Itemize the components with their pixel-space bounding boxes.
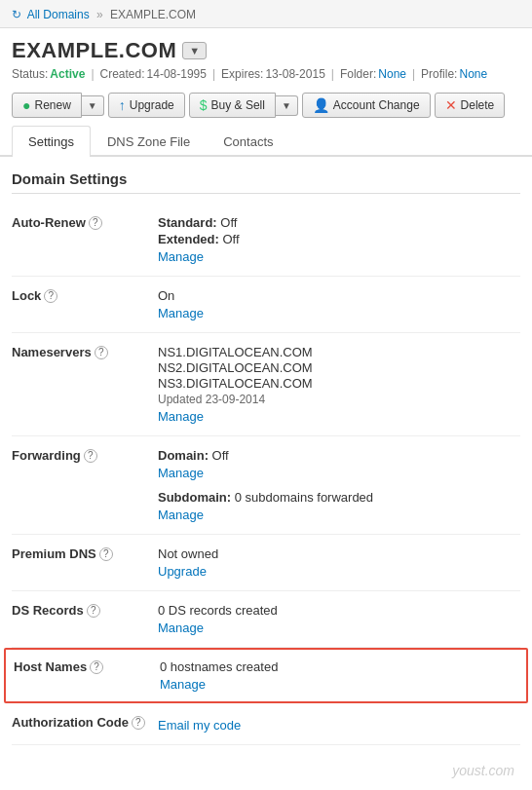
ds-records-manage-link[interactable]: Manage <box>158 621 520 635</box>
folder-value-link[interactable]: None <box>378 67 406 81</box>
ns2: NS2.DIGITALOCEAN.COM <box>158 360 520 375</box>
settings-table: Auto-Renew ? Standard: Off Extended: Off… <box>12 204 520 745</box>
account-change-icon: 👤 <box>313 97 329 113</box>
folder-label: Folder: <box>340 67 376 81</box>
ns3: NS3.DIGITALOCEAN.COM <box>158 376 520 391</box>
ds-records-help-icon[interactable]: ? <box>87 604 100 618</box>
premium-dns-label: Premium DNS ? <box>12 546 158 561</box>
domain-dropdown-button[interactable]: ▼ <box>182 42 207 59</box>
breadcrumb-current: EXAMPLE.COM <box>110 8 196 21</box>
host-names-label: Host Names ? <box>14 659 160 674</box>
created-label: Created: <box>100 67 145 81</box>
host-names-row: Host Names ? 0 hostnames created Manage <box>4 648 528 703</box>
upgrade-button[interactable]: ↑ Upgrade <box>108 93 185 118</box>
auto-renew-help-icon[interactable]: ? <box>89 216 102 230</box>
premium-dns-value: Not owned Upgrade <box>158 546 520 579</box>
tabs-bar: Settings DNS Zone File Contacts <box>0 126 532 157</box>
premium-dns-upgrade-link[interactable]: Upgrade <box>158 564 520 579</box>
lock-row: Lock ? On Manage <box>12 277 520 333</box>
lock-label: Lock ? <box>12 288 158 303</box>
host-names-value: 0 hostnames created Manage <box>160 659 518 692</box>
authorization-code-help-icon[interactable]: ? <box>132 716 145 730</box>
ns1: NS1.DIGITALOCEAN.COM <box>158 345 520 359</box>
domain-title: EXAMPLE.COM <box>12 38 176 63</box>
domain-header: EXAMPLE.COM ▼ Status: Active | Created: … <box>0 28 532 87</box>
created-value: 14-08-1995 <box>147 67 207 81</box>
forwarding-subdomain-manage-link[interactable]: Manage <box>158 508 520 522</box>
tab-settings[interactable]: Settings <box>12 126 91 157</box>
authorization-code-value: Email my code <box>158 715 520 733</box>
premium-dns-help-icon[interactable]: ? <box>99 547 113 561</box>
auto-renew-manage-link[interactable]: Manage <box>158 249 520 264</box>
upgrade-icon: ↑ <box>119 97 126 113</box>
host-names-help-icon[interactable]: ? <box>90 660 103 674</box>
delete-icon: ✕ <box>445 97 457 113</box>
auto-renew-label: Auto-Renew ? <box>12 215 158 230</box>
account-change-button[interactable]: 👤 Account Change <box>302 93 431 118</box>
authorization-code-row: Authorization Code ? Email my code <box>12 703 520 745</box>
lock-value: On Manage <box>158 288 520 320</box>
profile-value-link[interactable]: None <box>459 67 487 81</box>
nameservers-value: NS1.DIGITALOCEAN.COM NS2.DIGITALOCEAN.CO… <box>158 345 520 424</box>
buy-sell-button[interactable]: $ Buy & Sell <box>189 93 276 118</box>
expires-label: Expires: <box>221 67 263 81</box>
ds-records-value: 0 DS records created Manage <box>158 603 520 635</box>
toolbar: ● Renew ▼ ↑ Upgrade $ Buy & Sell ▼ 👤 Acc… <box>0 87 532 126</box>
buy-sell-button-group: $ Buy & Sell ▼ <box>189 93 298 118</box>
forwarding-help-icon[interactable]: ? <box>84 449 97 463</box>
domain-title-row: EXAMPLE.COM ▼ <box>12 38 520 63</box>
ds-records-label: DS Records ? <box>12 603 158 618</box>
auto-renew-value: Standard: Off Extended: Off Manage <box>158 215 520 264</box>
nameservers-label: Nameservers ? <box>12 345 158 359</box>
forwarding-value: Domain: Off Manage Subdomain: 0 subdomai… <box>158 448 520 522</box>
renew-icon: ● <box>22 97 30 113</box>
forwarding-label: Forwarding ? <box>12 448 158 463</box>
delete-button[interactable]: ✕ Delete <box>435 93 506 118</box>
all-domains-link[interactable]: ↻ All Domains <box>12 8 93 21</box>
status-value: Active <box>50 67 85 81</box>
auto-renew-row: Auto-Renew ? Standard: Off Extended: Off… <box>12 204 520 277</box>
authorization-code-label: Authorization Code ? <box>12 715 158 730</box>
authorization-code-email-link[interactable]: Email my code <box>158 718 520 733</box>
lock-manage-link[interactable]: Manage <box>158 306 520 320</box>
renew-button[interactable]: ● Renew <box>12 93 82 118</box>
watermark: youst.com <box>452 763 514 778</box>
ns-updated: Updated 23-09-2014 <box>158 393 520 406</box>
forwarding-manage-link[interactable]: Manage <box>158 466 520 480</box>
status-label: Status: <box>12 67 48 81</box>
renew-dropdown-button[interactable]: ▼ <box>82 95 104 116</box>
main-content: Domain Settings Auto-Renew ? Standard: O… <box>0 157 532 759</box>
breadcrumb: ↻ All Domains » EXAMPLE.COM <box>0 0 532 28</box>
buy-sell-icon: $ <box>200 97 208 113</box>
expires-value: 13-08-2015 <box>265 67 324 81</box>
section-title: Domain Settings <box>12 170 520 194</box>
lock-help-icon[interactable]: ? <box>44 289 57 303</box>
premium-dns-row: Premium DNS ? Not owned Upgrade <box>12 535 520 591</box>
nameservers-row: Nameservers ? NS1.DIGITALOCEAN.COM NS2.D… <box>12 333 520 436</box>
ds-records-row: DS Records ? 0 DS records created Manage <box>12 591 520 648</box>
nameservers-manage-link[interactable]: Manage <box>158 409 520 424</box>
tab-contacts[interactable]: Contacts <box>207 126 289 157</box>
renew-button-group: ● Renew ▼ <box>12 93 104 118</box>
domain-status-row: Status: Active | Created: 14-08-1995 | E… <box>12 67 520 81</box>
profile-label: Profile: <box>421 67 457 81</box>
forwarding-row: Forwarding ? Domain: Off Manage Subdomai… <box>12 436 520 535</box>
tab-dns-zone-file[interactable]: DNS Zone File <box>91 126 207 157</box>
host-names-manage-link[interactable]: Manage <box>160 677 518 692</box>
nameservers-help-icon[interactable]: ? <box>95 346 108 359</box>
buy-sell-dropdown-button[interactable]: ▼ <box>276 95 298 116</box>
breadcrumb-separator: » <box>96 8 103 21</box>
